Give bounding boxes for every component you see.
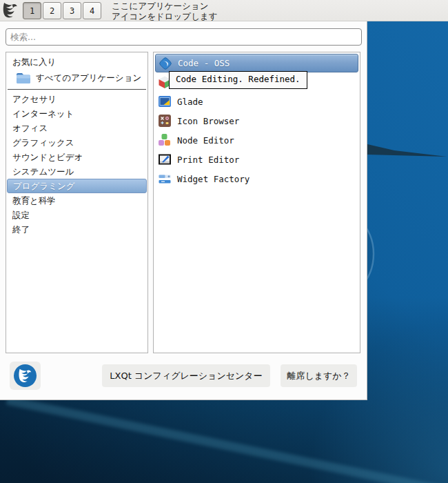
- app-label: Code - OSS: [178, 58, 230, 68]
- category-favorites[interactable]: お気に入り: [7, 55, 147, 69]
- folder-icon: [16, 72, 31, 84]
- app-item-node-editor[interactable]: Node Editor: [155, 130, 358, 150]
- app-tooltip: Code Editing. Redefined.: [169, 71, 307, 89]
- category-internet[interactable]: インターネット: [7, 106, 147, 121]
- category-programming[interactable]: プログラミング: [7, 179, 147, 193]
- lxqt-configuration-center-button[interactable]: LXQt コンフィグレーションセンター: [102, 364, 270, 387]
- lxqt-hummingbird-white-icon: [17, 368, 34, 384]
- node-editor-icon: [158, 133, 172, 147]
- app-label: Widget Factory: [177, 174, 250, 184]
- app-item-icon-browser[interactable]: Icon Browser: [155, 111, 358, 130]
- application-list: Code - OSS Glade: [153, 52, 360, 353]
- category-settings[interactable]: 設定: [7, 208, 147, 222]
- category-list: お気に入り すべてのアプリケーション アクセサリ インターネット オフィス グラ…: [6, 52, 148, 353]
- category-sound-video[interactable]: サウンドとビデオ: [7, 150, 147, 164]
- print-editor-icon: [158, 152, 172, 166]
- app-label: Node Editor: [177, 135, 234, 146]
- vscode-icon: [159, 57, 172, 70]
- category-office[interactable]: オフィス: [7, 121, 147, 135]
- drop-hint-line1: ここにアプリケーション: [112, 1, 218, 11]
- category-accessories[interactable]: アクセサリ: [7, 92, 147, 106]
- app-item-code-oss[interactable]: Code - OSS: [155, 54, 358, 72]
- quicklaunch-drop-hint: ここにアプリケーション アイコンをドロップします: [112, 1, 218, 21]
- category-education-science[interactable]: 教育と科学: [7, 193, 147, 208]
- leave-button[interactable]: 離席しますか？: [281, 364, 357, 387]
- category-all-applications[interactable]: すべてのアプリケーション: [7, 69, 147, 87]
- workspace-button-1[interactable]: 1: [23, 2, 41, 19]
- main-menu-window: お気に入り すべてのアプリケーション アクセサリ インターネット オフィス グラ…: [0, 21, 367, 400]
- category-graphics[interactable]: グラフィックス: [7, 135, 147, 150]
- app-label: Print Editor: [177, 155, 239, 165]
- search-input[interactable]: [6, 28, 362, 46]
- workspace-button-3[interactable]: 3: [63, 2, 81, 19]
- category-label: すべてのアプリケーション: [36, 69, 141, 87]
- app-item-glade[interactable]: Glade: [155, 92, 358, 111]
- category-leave[interactable]: 終了: [7, 222, 147, 237]
- lxqt-menu-logo-button[interactable]: [10, 362, 41, 390]
- category-separator: [8, 89, 146, 90]
- workspace-button-2[interactable]: 2: [43, 2, 61, 19]
- lxqt-hummingbird-icon[interactable]: [1, 1, 20, 20]
- widget-factory-icon: [158, 172, 172, 186]
- app-label: Icon Browser: [177, 116, 239, 126]
- app-label: Glade: [177, 97, 203, 107]
- drop-hint-line2: アイコンをドロップします: [112, 11, 218, 21]
- category-system-tools[interactable]: システムツール: [7, 164, 147, 179]
- workspace-button-4[interactable]: 4: [83, 2, 101, 19]
- glade-icon: [158, 95, 172, 108]
- lxqt-logo-circle: [14, 364, 37, 387]
- app-item-widget-factory[interactable]: Widget Factory: [155, 169, 358, 188]
- app-item-print-editor[interactable]: Print Editor: [155, 150, 358, 169]
- top-panel: 1 2 3 4 ここにアプリケーション アイコンをドロップします: [0, 0, 448, 21]
- icon-browser-icon: [158, 114, 172, 128]
